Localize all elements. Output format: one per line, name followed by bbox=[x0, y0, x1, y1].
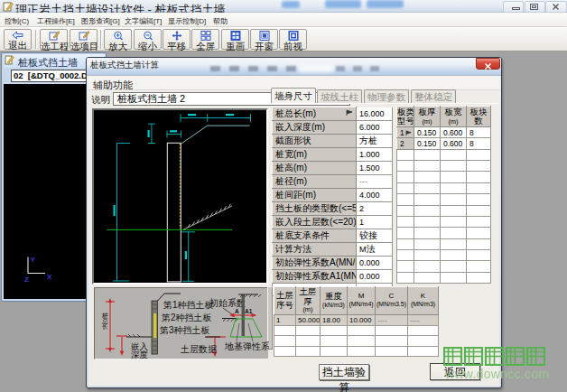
svg-text:A: A bbox=[235, 308, 239, 314]
svg-text:土层数据: 土层数据 bbox=[180, 344, 218, 354]
svg-text:地基弹性系数: 地基弹性系数 bbox=[224, 341, 269, 351]
svg-text:初始系数: 初始系数 bbox=[209, 298, 246, 308]
svg-text:A1: A1 bbox=[245, 308, 253, 314]
svg-text:Y: Y bbox=[31, 256, 36, 264]
svg-text:第3种挡土板: 第3种挡土板 bbox=[160, 325, 210, 335]
svg-text:深度: 深度 bbox=[131, 350, 148, 359]
svg-text:Z: Z bbox=[24, 275, 29, 284]
svg-text:X: X bbox=[47, 273, 52, 281]
svg-text:长: 长 bbox=[102, 323, 108, 330]
svg-text:第2种挡土板: 第2种挡土板 bbox=[162, 313, 212, 322]
svg-text:第1种挡土板: 第1种挡土板 bbox=[163, 300, 214, 310]
